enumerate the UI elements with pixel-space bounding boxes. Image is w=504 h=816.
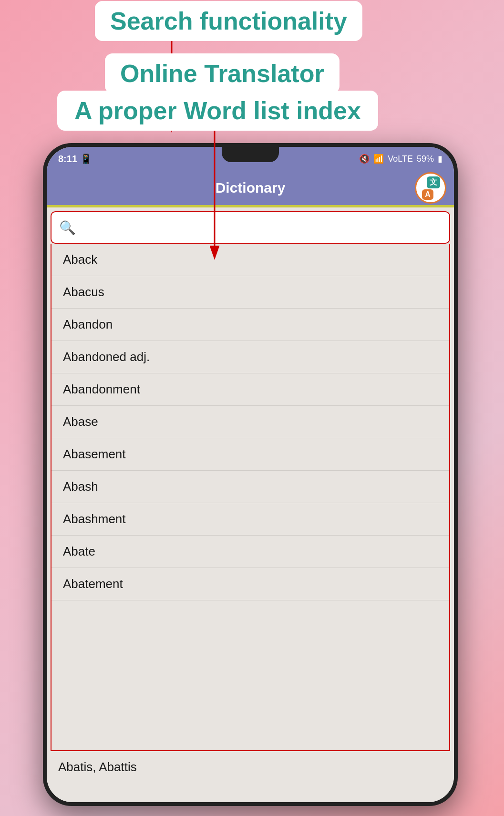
- signal-icon: VoLTE: [388, 154, 413, 164]
- phone-screen: 8:11 📱 🔇 📶 VoLTE 59% ▮ Dictionary 文 A: [47, 147, 454, 802]
- list-item[interactable]: Abate: [51, 536, 449, 568]
- word-list: Aback Abacus Abandon Abandoned adj. Aban…: [51, 244, 450, 751]
- annotation-search: Search functionality: [95, 1, 362, 41]
- translator-icon-chinese: 文: [427, 176, 440, 188]
- whatsapp-icon: 📱: [80, 153, 92, 165]
- list-item[interactable]: Abash: [51, 471, 449, 503]
- status-left: 8:11 📱: [58, 153, 92, 165]
- phone-frame: 8:11 📱 🔇 📶 VoLTE 59% ▮ Dictionary 文 A: [43, 143, 458, 806]
- status-time: 8:11: [58, 154, 77, 165]
- translator-icon: 文 A: [424, 176, 437, 200]
- yellow-divider: [47, 205, 454, 207]
- search-icon: 🔍: [59, 220, 76, 236]
- battery-icon: ▮: [438, 154, 442, 164]
- annotation-translator: Online Translator: [105, 53, 339, 93]
- bottom-area: [47, 783, 454, 802]
- search-input[interactable]: [81, 221, 442, 234]
- wifi-icon: 📶: [373, 154, 384, 164]
- list-item-partial[interactable]: Abatis, Abattis: [47, 751, 454, 783]
- list-item[interactable]: Abandon: [51, 309, 449, 341]
- list-item[interactable]: Aback: [51, 244, 449, 276]
- list-item[interactable]: Abashment: [51, 503, 449, 536]
- translator-button[interactable]: 文 A: [415, 172, 446, 204]
- translator-icon-english: A: [422, 189, 433, 200]
- search-container[interactable]: 🔍: [51, 211, 450, 244]
- battery-level: 59%: [417, 154, 434, 164]
- list-item[interactable]: Abase: [51, 406, 449, 438]
- list-item[interactable]: Abacus: [51, 276, 449, 309]
- status-right: 🔇 📶 VoLTE 59% ▮: [359, 154, 442, 164]
- mute-icon: 🔇: [359, 154, 370, 164]
- list-item[interactable]: Abatement: [51, 568, 449, 600]
- app-top-bar: Dictionary 文 A: [47, 171, 454, 205]
- list-item[interactable]: Abasement: [51, 438, 449, 471]
- list-item[interactable]: Abandoned adj.: [51, 341, 449, 373]
- annotation-wordlist: A proper Word list index: [57, 91, 378, 131]
- list-item[interactable]: Abandonment: [51, 373, 449, 406]
